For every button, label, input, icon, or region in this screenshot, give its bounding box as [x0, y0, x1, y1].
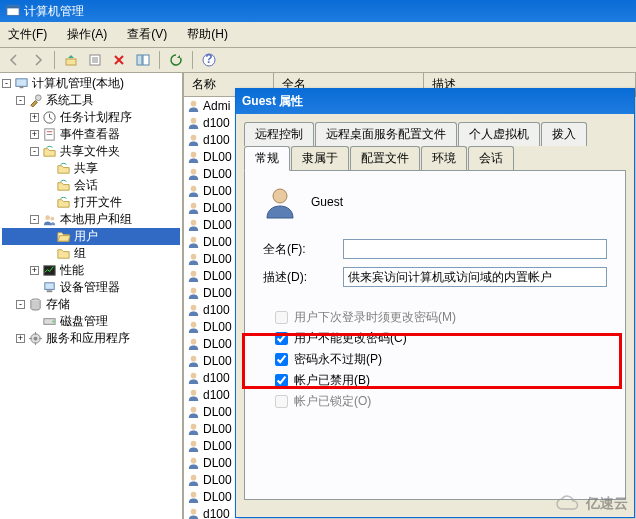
tree-node[interactable]: 共享 — [2, 160, 180, 177]
tree-node[interactable]: -本地用户和组 — [2, 211, 180, 228]
tree-node[interactable]: -系统工具 — [2, 92, 180, 109]
refresh-button[interactable] — [166, 50, 186, 70]
menubar: 文件(F) 操作(A) 查看(V) 帮助(H) — [0, 22, 636, 48]
show-hide-button[interactable] — [133, 50, 153, 70]
tree-label: 系统工具 — [46, 92, 94, 109]
tree-label: 设备管理器 — [60, 279, 120, 296]
tree-toggle[interactable]: + — [30, 113, 39, 122]
tree-node[interactable]: -计算机管理(本地) — [2, 75, 180, 92]
help-button[interactable]: ? — [199, 50, 219, 70]
tree-node[interactable]: +任务计划程序 — [2, 109, 180, 126]
tree-node[interactable]: 设备管理器 — [2, 279, 180, 296]
tree-panel[interactable]: -计算机管理(本地)-系统工具+任务计划程序+事件查看器-共享文件夹共享会话打开… — [0, 73, 184, 519]
svg-point-49 — [191, 458, 197, 464]
delete-button[interactable] — [109, 50, 129, 70]
fullname-input[interactable] — [343, 239, 607, 259]
tree-toggle[interactable]: - — [30, 147, 39, 156]
tree-label: 会话 — [74, 177, 98, 194]
checkbox-change-next-login-input — [275, 311, 288, 324]
checkbox-never-expire-input[interactable] — [275, 353, 288, 366]
list-row-name: DL00 — [203, 218, 232, 232]
svg-point-40 — [191, 305, 197, 311]
svg-point-50 — [191, 475, 197, 481]
list-row-name: d100 — [203, 303, 230, 317]
up-button[interactable] — [61, 50, 81, 70]
checkbox-never-expire[interactable]: 密码永不过期(P) — [275, 351, 607, 368]
tree-label: 用户 — [74, 228, 98, 245]
menu-file[interactable]: 文件(F) — [4, 24, 51, 45]
svg-rect-2 — [66, 59, 76, 65]
menu-help[interactable]: 帮助(H) — [183, 24, 232, 45]
tree-label: 磁盘管理 — [60, 313, 108, 330]
dialog-tab[interactable]: 远程桌面服务配置文件 — [315, 122, 457, 146]
tree-node[interactable]: +性能 — [2, 262, 180, 279]
list-row-name: Admi — [203, 99, 230, 113]
tree-label: 共享 — [74, 160, 98, 177]
svg-point-28 — [191, 101, 197, 107]
list-row-name: DL00 — [203, 167, 232, 181]
menu-action[interactable]: 操作(A) — [63, 24, 111, 45]
tree-node[interactable]: +服务和应用程序 — [2, 330, 180, 347]
svg-point-44 — [191, 373, 197, 379]
svg-rect-1 — [7, 6, 19, 9]
tree-node[interactable]: -共享文件夹 — [2, 143, 180, 160]
svg-point-25 — [52, 321, 54, 323]
dialog-tab[interactable]: 会话 — [468, 146, 514, 170]
list-row-name: d100 — [203, 371, 230, 385]
checkbox-cannot-change-input[interactable] — [275, 332, 288, 345]
tree-node[interactable]: 组 — [2, 245, 180, 262]
list-row-name: DL00 — [203, 456, 232, 470]
dialog-tab[interactable]: 环境 — [421, 146, 467, 170]
dialog-titlebar[interactable]: Guest 属性 — [236, 89, 634, 114]
svg-point-30 — [191, 135, 197, 141]
toolbar-divider — [54, 51, 55, 69]
dialog-tab[interactable]: 隶属于 — [291, 146, 349, 170]
dialog-tab[interactable]: 配置文件 — [350, 146, 420, 170]
svg-rect-12 — [20, 86, 24, 88]
tree-node[interactable]: -存储 — [2, 296, 180, 313]
svg-text:?: ? — [205, 53, 212, 66]
list-row-name: DL00 — [203, 269, 232, 283]
tree-node[interactable]: 磁盘管理 — [2, 313, 180, 330]
list-row-name: DL00 — [203, 439, 232, 453]
tree-toggle[interactable]: - — [2, 79, 11, 88]
properties-dialog: Guest 属性 远程控制远程桌面服务配置文件个人虚拟机拨入 常规隶属于配置文件… — [235, 88, 635, 518]
tree-node[interactable]: +事件查看器 — [2, 126, 180, 143]
checkbox-disabled-input[interactable] — [275, 374, 288, 387]
dialog-tab[interactable]: 个人虚拟机 — [458, 122, 540, 146]
toolbar: ? — [0, 48, 636, 73]
app-icon — [6, 4, 20, 18]
tree-label: 本地用户和组 — [60, 211, 132, 228]
tree-node[interactable]: 用户 — [2, 228, 180, 245]
tree-toggle[interactable]: - — [16, 96, 25, 105]
svg-point-38 — [191, 271, 197, 277]
tree-label: 存储 — [46, 296, 70, 313]
checkbox-locked: 帐户已锁定(O) — [275, 393, 607, 410]
svg-point-47 — [191, 424, 197, 430]
tree-toggle[interactable]: - — [30, 215, 39, 224]
svg-point-37 — [191, 254, 197, 260]
list-row-name: DL00 — [203, 235, 232, 249]
list-row-name: DL00 — [203, 184, 232, 198]
dialog-tab[interactable]: 远程控制 — [244, 122, 314, 146]
tree-label: 事件查看器 — [60, 126, 120, 143]
checkbox-cannot-change[interactable]: 用户不能更改密码(C) — [275, 330, 607, 347]
tree-toggle[interactable]: + — [16, 334, 25, 343]
tree-label: 组 — [74, 245, 86, 262]
dialog-tab[interactable]: 拨入 — [541, 122, 587, 146]
tree-toggle[interactable]: + — [30, 266, 39, 275]
dialog-tab[interactable]: 常规 — [244, 146, 290, 171]
description-input[interactable] — [343, 267, 607, 287]
fullname-label: 全名(F): — [263, 241, 343, 258]
tree-toggle[interactable]: - — [16, 300, 25, 309]
svg-rect-7 — [137, 55, 142, 65]
checkbox-disabled[interactable]: 帐户已禁用(B) — [275, 372, 607, 389]
tree-node[interactable]: 打开文件 — [2, 194, 180, 211]
svg-point-46 — [191, 407, 197, 413]
menu-view[interactable]: 查看(V) — [123, 24, 171, 45]
properties-button[interactable] — [85, 50, 105, 70]
tree-toggle[interactable]: + — [30, 130, 39, 139]
svg-point-36 — [191, 237, 197, 243]
svg-point-53 — [273, 189, 287, 203]
tree-node[interactable]: 会话 — [2, 177, 180, 194]
